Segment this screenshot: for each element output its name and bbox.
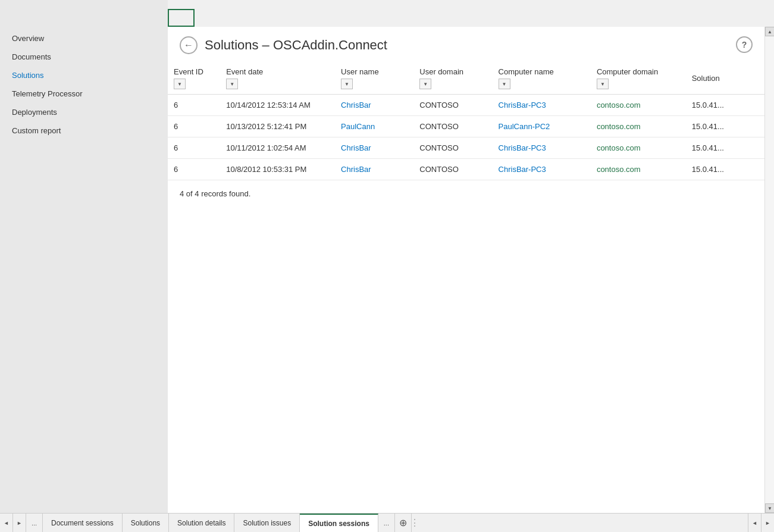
col-header-user-name: User name ▼ xyxy=(335,62,413,95)
scroll-down-arrow[interactable]: ▼ xyxy=(765,503,774,513)
tab-solutions[interactable]: Solutions xyxy=(123,514,169,532)
table-cell[interactable]: PaulCann-PC2 xyxy=(493,116,591,137)
table-cell[interactable]: ChrisBar xyxy=(335,137,413,159)
table-container: Event ID ▼ Event date xyxy=(168,62,764,513)
sidebar-item-deployments[interactable]: Deployments xyxy=(0,103,168,121)
table-row[interactable]: 610/8/2012 10:53:31 PMChrisBarCONTOSOChr… xyxy=(168,159,764,180)
table-cell[interactable]: contoso.com xyxy=(591,159,686,180)
col-header-event-date: Event date ▼ xyxy=(220,62,335,95)
table-cell: 6 xyxy=(168,116,220,137)
col-header-computer-name: Computer name ▼ xyxy=(493,62,591,95)
table-cell: CONTOSO xyxy=(413,95,492,116)
filter-computer-domain[interactable]: ▼ xyxy=(597,79,609,89)
tab-solution-issues[interactable]: Solution issues xyxy=(234,514,300,532)
h-scroll-right[interactable]: ► xyxy=(761,514,774,532)
records-found: 4 of 4 records found. xyxy=(168,180,764,207)
table-cell: 6 xyxy=(168,159,220,180)
content-area: ← Solutions – OSCAddin.Connect ? xyxy=(168,27,764,513)
right-scrollbar: ▲ ▼ xyxy=(764,27,774,513)
filter-user-domain[interactable]: ▼ xyxy=(419,79,431,89)
tab-nav-prev[interactable]: ◄ xyxy=(0,514,13,532)
sidebar-item-telemetry-processor[interactable]: Telemetry Processor xyxy=(0,85,168,103)
h-scroll-left[interactable]: ◄ xyxy=(748,514,761,532)
table-cell[interactable]: ChrisBar-PC3 xyxy=(493,159,591,180)
table-cell: 6 xyxy=(168,137,220,159)
table-cell: 10/14/2012 12:53:14 AM xyxy=(220,95,335,116)
content-header: ← Solutions – OSCAddin.Connect ? xyxy=(168,27,764,62)
col-header-solution: Solution xyxy=(686,62,764,95)
tab-overflow[interactable]: ... xyxy=(26,514,43,532)
table-cell: 15.0.41... xyxy=(686,116,764,137)
filter-computer-name[interactable]: ▼ xyxy=(499,79,510,89)
table-row[interactable]: 610/13/2012 5:12:41 PMPaulCannCONTOSOPau… xyxy=(168,116,764,137)
table-cell: CONTOSO xyxy=(413,137,492,159)
table-row[interactable]: 610/14/2012 12:53:14 AMChrisBarCONTOSOCh… xyxy=(168,95,764,116)
table-cell[interactable]: ChrisBar xyxy=(335,159,413,180)
tab-solution-sessions[interactable]: Solution sessions xyxy=(300,514,378,532)
sidebar: Overview Documents Solutions Telemetry P… xyxy=(0,27,168,513)
col-header-event-id: Event ID ▼ xyxy=(168,62,220,95)
sidebar-item-custom-report[interactable]: Custom report xyxy=(0,121,168,140)
table-cell[interactable]: ChrisBar-PC3 xyxy=(493,95,591,116)
tab-document-sessions[interactable]: Document sessions xyxy=(43,514,123,532)
table-cell: CONTOSO xyxy=(413,116,492,137)
sidebar-item-documents[interactable]: Documents xyxy=(0,48,168,66)
col-header-user-domain: User domain ▼ xyxy=(413,62,492,95)
tab-add[interactable]: ⊕ xyxy=(395,514,412,532)
table-cell[interactable]: contoso.com xyxy=(591,116,686,137)
scroll-track[interactable] xyxy=(765,36,774,503)
filter-event-date[interactable]: ▼ xyxy=(226,79,238,89)
table-cell: 10/11/2012 1:02:54 AM xyxy=(220,137,335,159)
table-row[interactable]: 610/11/2012 1:02:54 AMChrisBarCONTOSOChr… xyxy=(168,137,764,159)
table-cell[interactable]: contoso.com xyxy=(591,137,686,159)
back-button[interactable]: ← xyxy=(180,36,198,54)
help-button[interactable]: ? xyxy=(736,36,753,53)
table-cell[interactable]: ChrisBar-PC3 xyxy=(493,137,591,159)
tab-separator: ⋮ xyxy=(412,514,418,532)
table-cell: 15.0.41... xyxy=(686,137,764,159)
bottom-tabbar: ◄ ► ... Document sessions Solutions Solu… xyxy=(0,513,774,532)
scroll-up-arrow[interactable]: ▲ xyxy=(765,27,774,36)
table-cell: 10/8/2012 10:53:31 PM xyxy=(220,159,335,180)
page-title: Solutions – OSCAddin.Connect xyxy=(205,37,387,53)
tab-overflow-right[interactable]: ... xyxy=(378,514,395,532)
table-cell: CONTOSO xyxy=(413,159,492,180)
filter-event-id[interactable]: ▼ xyxy=(174,79,186,89)
table-cell: 10/13/2012 5:12:41 PM xyxy=(220,116,335,137)
mini-rect xyxy=(168,9,195,27)
tab-nav-next[interactable]: ► xyxy=(13,514,26,532)
table-cell[interactable]: contoso.com xyxy=(591,95,686,116)
sidebar-item-solutions[interactable]: Solutions xyxy=(0,66,168,85)
table-cell[interactable]: ChrisBar xyxy=(335,95,413,116)
tab-solution-details[interactable]: Solution details xyxy=(169,514,234,532)
sidebar-item-overview[interactable]: Overview xyxy=(0,29,168,48)
table-cell: 6 xyxy=(168,95,220,116)
table-cell[interactable]: PaulCann xyxy=(335,116,413,137)
table-cell: 15.0.41... xyxy=(686,159,764,180)
col-header-computer-domain: Computer domain ▼ xyxy=(591,62,686,95)
table-cell: 15.0.41... xyxy=(686,95,764,116)
filter-user-name[interactable]: ▼ xyxy=(341,79,353,89)
